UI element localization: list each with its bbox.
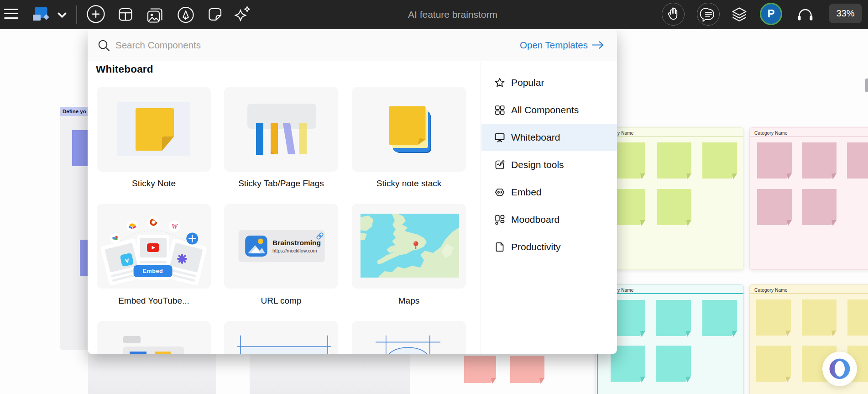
svg-text:Embed: Embed bbox=[143, 268, 163, 274]
svg-text:W: W bbox=[172, 223, 178, 230]
svg-text:https://mockflow.com: https://mockflow.com bbox=[272, 248, 317, 253]
svg-text:Brainstroming: Brainstroming bbox=[272, 239, 321, 247]
